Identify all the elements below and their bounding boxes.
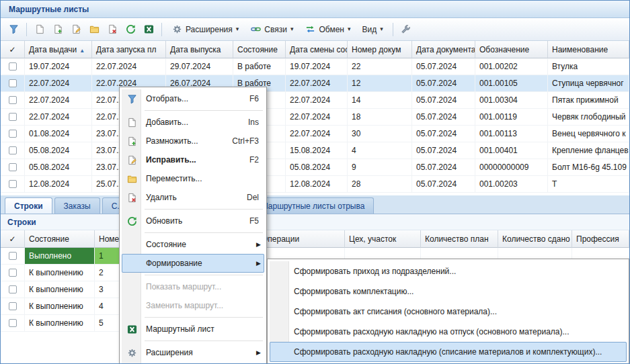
menu-item-duplicate[interactable]: Размножить...Ctrl+F3 [122,132,264,150]
row-checkbox[interactable] [9,62,17,71]
row-checkbox[interactable] [9,180,17,188]
column-header-7[interactable]: Профессия [572,230,629,248]
menu-item-generate-writeoff-act[interactable]: Сформировать акт списания (основного мат… [270,302,627,322]
table-row[interactable]: 19.07.202422.07.202429.07.2024В работе19… [1,58,629,75]
row-checkbox[interactable] [9,113,17,121]
select-column-header[interactable]: ✓ [1,41,25,58]
menu-item-generate-issue-invoice[interactable]: Сформировать расходную накладную на отпу… [270,322,627,342]
tab-tear-off-route-sheets[interactable]: Маршрутные листы отрыва [252,197,375,214]
column-header-8[interactable]: Обозначение [475,41,548,58]
checkbox-cell [1,58,25,75]
column-header-4[interactable]: Состояние [233,41,286,58]
window-titlebar: Маршрутные листы [1,1,629,18]
add-button[interactable] [31,21,48,38]
menu-item-filter[interactable]: Отобрать...F6 [122,89,264,108]
select-column-header[interactable]: ✓ [1,230,25,248]
table-row[interactable]: 22.07.202422.07.202426.07.2024В работе22… [1,75,629,92]
menu-item-route-sheet[interactable]: Маршрутный лист [122,320,264,338]
row-checkbox[interactable] [9,252,17,260]
checkbox-cell [1,92,25,109]
row-checkbox[interactable] [9,96,17,104]
route-sheets-window: Маршрутные листы Расширения▾Связи▾Обмен▾… [0,0,630,364]
cell: 22.07.2024 [25,75,92,92]
view-button[interactable]: Вид▾ [357,21,389,38]
table-row[interactable]: 01.08.202423.07.202422.07.20243005.07.20… [1,126,629,142]
table-row[interactable]: 22.07.202422.07.202422.07.20241805.07.20… [1,109,629,126]
page-new-icon [34,24,45,35]
column-header-7[interactable]: Дата документа [412,41,475,58]
menu-item-label: Маршрутный лист [146,324,214,334]
menu-item-add[interactable]: Добавить...Ins [122,113,264,132]
window-title: Маршрутные листы [9,5,89,14]
column-header-4[interactable]: Цех, участок [345,230,421,248]
row-checkbox[interactable] [9,163,17,171]
cell: 12.08.2024 [25,176,92,193]
table-row[interactable]: 12.08.202425.07.202412.08.20242805.07.20… [1,176,629,193]
cell: 05.07.2024 [412,109,475,126]
column-header-6[interactable]: Количество сдано [498,230,572,248]
checkbox-cell [1,265,25,281]
menu-item-generate-writeoff-invoice[interactable]: Сформировать расходную накладную (списан… [270,342,627,362]
menu-item-extensions[interactable]: Расширения▶ [122,343,264,362]
checkbox-cell [1,248,25,265]
page-plus-icon [122,136,142,146]
column-header-5[interactable]: Дата смены сос [286,41,348,58]
menu-item-state[interactable]: Состояние▶ [122,235,264,254]
checkbox-cell [1,281,25,298]
tab-strings[interactable]: Строки [5,197,52,214]
settings-button[interactable] [397,21,415,38]
column-header-1[interactable]: Дата выдачи▲ [25,41,92,58]
caret-down-icon: ▾ [290,26,294,32]
edit-button[interactable] [67,21,85,38]
menu-item-move[interactable]: Переместить... [122,169,264,188]
duplicate-button[interactable] [49,21,67,38]
menu-item-generate[interactable]: Формирование▶ [122,254,264,273]
table-row[interactable]: 05.08.202423.07.202415.08.2024405.07.202… [1,142,629,159]
table-row[interactable]: 22.07.202422.07.202422.07.20241405.07.20… [1,92,629,109]
checkbox-cell [1,315,25,332]
column-label: Наименование [552,45,608,54]
row-checkbox[interactable] [9,269,17,277]
refresh-button[interactable] [122,21,139,38]
gear-icon [171,24,182,35]
menu-item-edit[interactable]: Исправить...F2 [122,150,264,169]
extensions-button[interactable]: Расширения▾ [166,21,244,38]
tab-label: Строки [14,201,43,211]
relations-button[interactable]: Связи▾ [245,21,299,38]
cell: 22.07.2024 [286,75,348,92]
row-checkbox[interactable] [9,146,17,154]
tab-orders[interactable]: Заказы [54,197,100,214]
column-header-5[interactable]: Количество план [421,230,498,248]
cell: 22.07.2024 [92,58,166,75]
row-checkbox[interactable] [9,130,17,138]
column-header-6[interactable]: Номер докум [348,41,412,58]
row-checkbox[interactable] [9,79,17,87]
menu-item-generate-receipt[interactable]: Сформировать приход из подразделений... [270,261,627,281]
table-row[interactable]: 05.08.202423.07.202405.08.2024905.07.202… [1,159,629,176]
delete-button[interactable] [104,21,121,38]
exchange-button[interactable]: Обмен▾ [299,21,356,38]
excel-icon [143,24,154,35]
column-header-9[interactable]: Наименование [548,41,629,58]
cell: Венец червячного к [548,126,629,142]
row-checkbox[interactable] [9,319,17,327]
cell: 4 [348,142,412,159]
cell: В работе [233,58,286,75]
cell: 001.00202 [475,58,548,75]
row-checkbox[interactable] [9,302,17,310]
menu-item-refresh[interactable]: ОбновитьF5 [122,212,264,230]
route-sheets-table: ✓Дата выдачи▲Дата запуска плДата выпуска… [1,41,629,193]
row-checkbox[interactable] [9,285,17,293]
column-header-3[interactable]: Дата выпуска [166,41,233,58]
column-header-1[interactable]: Состояние [25,230,95,248]
excel-export-button[interactable] [140,21,157,38]
toolbar-menu-label: Вид [362,25,377,34]
menu-separator [145,317,263,318]
menu-item-delete[interactable]: УдалитьDel [122,188,264,207]
menu-item-label: Сформировать расходную накладную на отпу… [294,327,569,336]
column-header-3[interactable]: Операции [258,230,345,248]
filter-button[interactable] [5,21,22,38]
column-header-2[interactable]: Дата запуска пл [92,41,166,58]
menu-item-generate-kitting[interactable]: Сформировать комплектацию... [270,281,627,302]
move-button[interactable] [85,21,103,38]
